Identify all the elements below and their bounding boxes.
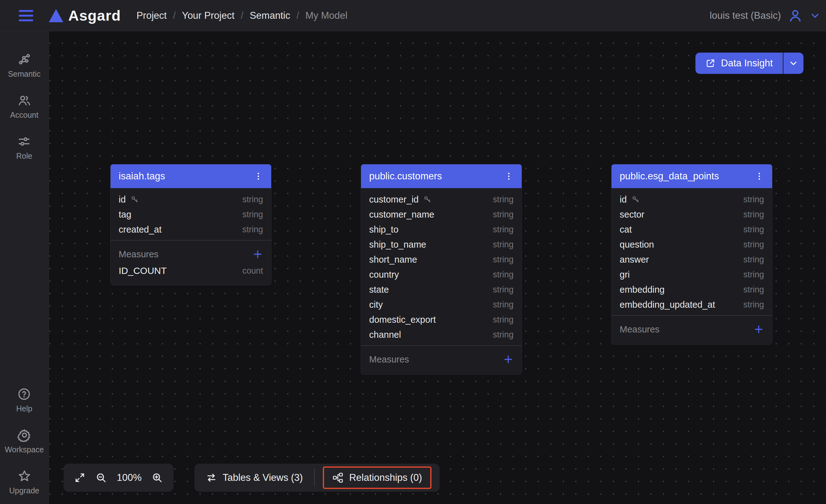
column-row[interactable]: tagstring [111,207,271,222]
column-row[interactable]: sectorstring [611,207,772,222]
column-row[interactable]: customer_namestring [361,207,522,222]
column-type: string [743,285,764,295]
tables-views-button[interactable]: Tables & Views (3) [202,472,306,483]
sidebar-item-label: Account [10,111,38,120]
user-avatar-icon[interactable] [788,8,803,23]
relationships-button[interactable]: Relationships (0) [329,472,425,483]
sidebar-top-group: SemanticAccountRole [8,53,40,161]
column-row[interactable]: idstring [111,192,271,207]
measures-section: MeasuresID_COUNTcount [111,240,271,285]
kebab-menu-icon[interactable] [755,172,764,181]
table-card[interactable]: isaiah.tagsidstringtagstringcreated_atst… [111,164,271,285]
column-row[interactable]: created_atstring [111,222,271,237]
column-row[interactable]: domestic_exportstring [361,312,522,327]
brand-title: Asgard [68,7,121,24]
column-type: string [493,240,514,250]
column-row[interactable]: embedding_updated_atstring [611,297,772,312]
column-type: string [242,210,263,219]
measure-name: ID_COUNT [119,265,167,276]
column-name: domestic_export [369,315,436,325]
add-measure-button[interactable] [753,324,764,335]
column-row[interactable]: channelstring [361,327,522,342]
zoom-level-value: 100% [117,472,141,483]
column-name: city [369,300,383,310]
column-row[interactable]: customer_idstring [361,192,522,207]
breadcrumb-item[interactable]: Semantic [249,10,290,21]
breadcrumb-item: My Model [305,10,347,21]
table-card[interactable]: public.customerscustomer_idstringcustome… [361,164,522,374]
column-name: id [620,194,627,205]
column-type: string [743,300,764,310]
measure-row[interactable]: ID_COUNTcount [111,263,271,278]
column-row[interactable]: questionstring [611,237,772,252]
column-row[interactable]: countrystring [361,267,522,282]
column-row[interactable]: short_namestring [361,252,522,267]
data-insight-dropdown-button[interactable] [783,53,804,74]
column-type: string [242,195,263,204]
table-card-header[interactable]: public.esg_data_points [611,164,772,188]
sidebar-item-role[interactable]: Role [16,135,32,161]
column-row[interactable]: embeddingstring [611,282,772,297]
user-menu-chevron-down-icon[interactable] [810,10,820,21]
kebab-menu-icon[interactable] [254,172,263,181]
column-row[interactable]: answerstring [611,252,772,267]
sidebar-item-help[interactable]: Help [16,387,32,413]
kebab-menu-icon[interactable] [504,172,514,181]
column-type: string [743,195,764,204]
table-card-header[interactable]: public.customers [361,164,522,188]
fit-view-button[interactable] [74,472,85,483]
column-type: string [493,270,514,279]
gear-icon [17,428,31,442]
column-type: string [743,225,764,235]
column-row[interactable]: citystring [361,297,522,312]
add-measure-button[interactable] [252,249,263,259]
column-name: ship_to [369,225,399,235]
column-name: country [369,269,399,280]
column-type: string [743,210,764,219]
column-row[interactable]: idstring [611,192,772,207]
zoom-out-button[interactable] [96,472,107,483]
sidebar-item-semantic[interactable]: Semantic [8,53,40,78]
column-name: channel [369,330,401,340]
add-measure-button[interactable] [503,354,514,365]
column-name: embedding [620,285,665,295]
sidebar-item-upgrade[interactable]: Upgrade [9,469,40,495]
column-name: question [620,240,654,250]
table-card-header[interactable]: isaiah.tags [111,164,271,188]
column-type: string [743,255,764,264]
tables-views-label: Tables & Views (3) [223,472,303,483]
column-name: gri [620,269,630,280]
topbar-right: louis test (Basic) [710,8,826,23]
star-icon [17,469,31,483]
column-row[interactable]: statestring [361,282,522,297]
column-name: created_at [119,225,162,235]
column-type: string [743,270,764,279]
column-row[interactable]: ship_tostring [361,222,522,237]
zoom-in-button[interactable] [152,472,163,483]
column-row[interactable]: gristring [611,267,772,282]
sidebar-item-workspace[interactable]: Workspace [5,428,44,454]
model-bottom-bar: Tables & Views (3) Relationships (0) [194,463,439,492]
sidebar-item-label: Upgrade [9,486,40,495]
column-type: string [493,210,514,219]
user-plan-label: louis test (Basic) [710,10,781,21]
data-insight-button[interactable]: Data Insight [696,53,783,74]
breadcrumb-separator: / [297,10,299,21]
column-row[interactable]: catstring [611,222,772,237]
column-list: customer_idstringcustomer_namestringship… [361,188,522,345]
breadcrumb-item[interactable]: Project [136,10,167,21]
external-link-icon [705,58,715,68]
column-type: string [493,255,514,264]
breadcrumb-separator: / [241,10,244,21]
key-icon [423,195,432,204]
column-name: id [119,194,126,205]
column-type: string [493,195,514,204]
model-canvas[interactable]: Data Insight isaiah.tagsidstringtagstrin… [49,31,826,504]
sidebar-item-account[interactable]: Account [10,93,38,120]
hamburger-menu-icon[interactable] [19,10,33,21]
column-name: customer_id [369,194,419,205]
breadcrumb-item[interactable]: Your Project [182,10,235,21]
column-row[interactable]: ship_to_namestring [361,237,522,252]
table-card[interactable]: public.esg_data_pointsidstringsectorstri… [611,164,772,344]
column-list: idstringsectorstringcatstringquestionstr… [611,188,772,315]
